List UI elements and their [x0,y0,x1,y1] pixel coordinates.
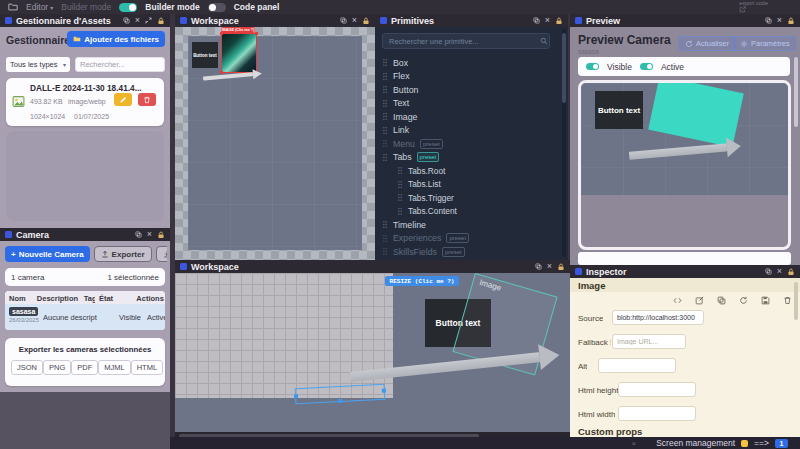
primitive-experiences[interactable]: Experiencespreset [382,232,556,246]
table-row[interactable]: sasasa 26/03/2025 Aucune description Vis… [5,304,165,330]
folder-icon[interactable] [8,2,18,12]
new-camera-button[interactable]: + Nouvelle Camera [5,246,90,262]
primitive-tabs-list[interactable]: Tabs.List [382,178,556,192]
export-json-button[interactable]: JSON [11,360,43,375]
delete-asset-button[interactable] [138,93,156,106]
copy-icon[interactable] [533,17,540,24]
export-code-button[interactable]: export code [739,0,768,13]
asset-search-input[interactable] [75,57,165,72]
primitives-panel-header[interactable]: Primitives × [375,14,568,27]
drag-handle-icon[interactable] [382,139,388,148]
selection-handle[interactable] [220,32,223,35]
selection-handle[interactable] [255,32,258,35]
artboard[interactable] [188,36,362,250]
export-pdf-button[interactable]: PDF [71,360,98,375]
preview-panel-header[interactable]: Preview × [570,14,800,27]
assets-panel-header[interactable]: Gestionnaire d'Assets × [0,14,170,27]
copy-icon[interactable] [535,263,542,270]
selected-element-outline[interactable] [295,384,386,405]
scrollbar-thumb[interactable] [794,57,798,127]
scrollbar-thumb[interactable] [562,33,566,103]
close-icon[interactable]: × [777,17,782,24]
lock-icon[interactable] [787,268,795,276]
workspace-bottom-canvas[interactable]: RESIZE (Clic me ?) Button text Image [175,273,570,432]
camera-panel-header[interactable]: Camera × [0,228,170,241]
primitive-image[interactable]: Image [382,110,556,124]
close-icon[interactable]: × [352,17,357,24]
import-cameras-button[interactable]: Importer [156,246,168,262]
save-icon[interactable] [761,296,770,305]
workspace-top-panel-header[interactable]: Workspace × [175,14,375,27]
selection-handle[interactable] [382,389,386,393]
copy-icon[interactable] [123,17,130,24]
drag-handle-icon[interactable] [382,247,388,256]
selection-handle[interactable] [338,399,342,403]
primitive-tabs-content[interactable]: Tabs.Content [382,205,556,219]
drag-handle-icon[interactable] [382,72,388,81]
copy-icon[interactable] [717,296,726,305]
camera-active-state[interactable]: Active [147,313,165,322]
close-icon[interactable]: × [135,17,140,24]
add-files-button[interactable]: Ajouter des fichiers [67,31,165,47]
asset-card[interactable]: DALL-E 2024-11-30 18.41.4... 493.82 KB i… [6,78,164,126]
settings-button[interactable]: Paramètres [733,36,797,51]
close-icon[interactable]: × [777,268,782,275]
edit-icon[interactable] [695,296,704,305]
primitive-box[interactable]: Box [382,56,556,70]
export-png-button[interactable]: PNG [43,360,71,375]
drag-handle-icon[interactable] [397,193,403,202]
workspace-top-canvas[interactable]: Button text IMAGE (Clic me ?) [175,27,375,260]
primitive-skillsfields[interactable]: SkillsFieldspreset [382,245,556,259]
visible-toggle[interactable] [586,63,599,70]
edit-asset-button[interactable] [114,93,132,106]
drag-handle-icon[interactable] [397,180,403,189]
lock-icon[interactable] [787,17,795,25]
trash-icon[interactable] [783,296,792,305]
lock-icon[interactable] [557,263,565,271]
lock-icon[interactable] [555,17,563,25]
drag-handle-icon[interactable] [382,112,388,121]
primitive-link[interactable]: Link [382,124,556,138]
export-cameras-button[interactable]: Exporter [94,246,152,262]
html-height-input[interactable] [618,382,696,397]
preview-viewport[interactable]: Button text [578,80,791,250]
primitive-timeline[interactable]: Timeline [382,218,556,232]
drag-handle-icon[interactable] [382,99,388,108]
vertical-scrollbar[interactable] [562,29,566,257]
drag-handle-icon[interactable] [382,126,388,135]
primitives-search-input[interactable] [382,33,550,49]
asset-drop-zone[interactable] [6,131,164,221]
drag-handle-icon[interactable] [382,85,388,94]
camera-visible-state[interactable]: Visible [119,313,141,322]
drag-handle-icon[interactable] [382,153,388,162]
expand-icon[interactable] [145,17,152,24]
drag-handle-icon[interactable] [397,166,403,175]
selection-handle[interactable] [294,394,298,398]
primitive-menu[interactable]: Menupreset [382,137,556,151]
primitive-text[interactable]: Text [382,97,556,111]
lock-icon[interactable] [157,17,165,25]
fallback-src-input[interactable] [612,334,686,349]
close-icon[interactable]: × [545,17,550,24]
inspector-panel-header[interactable]: Inspector × [570,265,800,278]
drag-handle-icon[interactable] [382,220,388,229]
button-element[interactable]: Button text [192,42,218,68]
close-icon[interactable]: × [632,439,637,448]
primitive-tabs-trigger[interactable]: Tabs.Trigger [382,191,556,205]
drag-handle-icon[interactable] [382,234,388,243]
refresh-icon[interactable] [739,296,748,305]
alt-input[interactable] [598,358,676,373]
primitive-tabs-root[interactable]: Tabs.Root [382,164,556,178]
workspace-bottom-panel-header[interactable]: Workspace × [175,260,570,273]
copy-icon[interactable] [765,17,772,24]
primitive-button[interactable]: Button [382,83,556,97]
screen-management-label[interactable]: Screen management [656,438,735,448]
copy-icon[interactable] [340,17,347,24]
html-width-input[interactable] [618,406,696,421]
drag-handle-icon[interactable] [382,58,388,67]
count-badge[interactable]: 1 [775,439,788,448]
builder-mode-toggle[interactable] [119,3,137,12]
editor-dropdown[interactable]: Editor ▾ [26,2,53,12]
refresh-preview-button[interactable]: Actualiser [678,36,736,51]
copy-icon[interactable] [135,231,142,238]
